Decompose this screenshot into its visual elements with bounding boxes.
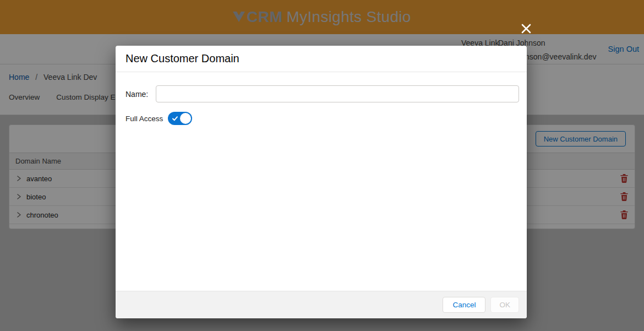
modal-body: Name: Full Access — [116, 72, 527, 125]
name-field-row: Name: — [125, 85, 519, 102]
ok-button[interactable]: OK — [490, 297, 519, 313]
check-icon — [172, 115, 178, 122]
name-input[interactable] — [156, 85, 519, 102]
full-access-row: Full Access — [125, 112, 519, 125]
full-access-label: Full Access — [125, 115, 163, 123]
new-customer-domain-modal: New Customer Domain Name: Full Access Ca… — [116, 46, 527, 318]
modal-close-button[interactable] — [520, 23, 532, 35]
full-access-toggle[interactable] — [168, 112, 192, 125]
close-icon — [520, 23, 532, 35]
modal-title: New Customer Domain — [125, 52, 239, 65]
toggle-knob — [180, 113, 191, 124]
name-label: Name: — [125, 90, 156, 99]
modal-footer: Cancel OK — [116, 291, 527, 318]
cancel-button[interactable]: Cancel — [443, 297, 485, 313]
modal-header: New Customer Domain — [116, 46, 527, 72]
